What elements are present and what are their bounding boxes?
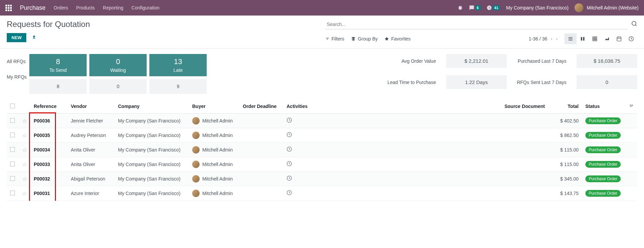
activities-cell[interactable]	[283, 186, 324, 201]
vendor-cell: Anita Oliver	[67, 143, 115, 157]
activities-cell[interactable]	[283, 128, 324, 143]
groupby-button[interactable]: Group By	[351, 36, 378, 42]
ref-cell: P00035	[30, 128, 67, 143]
stat-val-3[interactable]: 0	[577, 75, 637, 89]
all-rfqs-label[interactable]: All RFQs	[7, 59, 27, 64]
cp-right: Filters Group By Favorites 1-36 / 36 ‹ ›	[325, 20, 637, 44]
card-late[interactable]: 13 Late	[149, 54, 207, 76]
vendor-cell: Audrey Peterson	[67, 128, 115, 143]
new-button[interactable]: NEW	[7, 33, 26, 42]
dashboard: All RFQs My RFQs 8 To Send 0 Waiting 13 …	[0, 49, 644, 99]
debug-icon[interactable]	[458, 5, 463, 10]
nav-reporting[interactable]: Reporting	[103, 5, 123, 10]
stat-val-0[interactable]: $ 2,212.01	[446, 54, 507, 68]
discuss-icon[interactable]: 6	[469, 5, 480, 10]
search-input[interactable]	[325, 20, 628, 29]
row-checkbox[interactable]	[10, 147, 15, 152]
card-waiting[interactable]: 0 Waiting	[89, 54, 147, 76]
pager-prev-icon[interactable]: ‹	[551, 36, 552, 42]
stat-val-1[interactable]: $ 16,036.75	[577, 54, 637, 68]
star-icon[interactable]: ☆	[22, 133, 27, 138]
star-icon[interactable]: ☆	[22, 176, 27, 182]
table-row[interactable]: ☆ P00035 Audrey Peterson My Company (San…	[7, 128, 637, 143]
avatar-icon	[192, 190, 200, 197]
apps-icon[interactable]	[5, 5, 12, 11]
th-vendor[interactable]: Vendor	[67, 99, 115, 114]
source-cell	[324, 143, 548, 157]
pager: 1-36 / 36 ‹ ›	[529, 36, 558, 42]
my-card-2[interactable]: 9	[149, 79, 207, 94]
table-row[interactable]: ☆ P00034 Anita Oliver My Company (San Fr…	[7, 143, 637, 157]
table-row[interactable]: ☆ P00036 Jennie Fletcher My Company (San…	[7, 114, 637, 128]
filters-button[interactable]: Filters	[325, 36, 344, 42]
table-row[interactable]: ☆ P00031 Azure Interior My Company (San …	[7, 186, 637, 201]
row-checkbox[interactable]	[10, 176, 15, 181]
my-card-1[interactable]: 0	[89, 79, 147, 94]
status-cell: Purchase Order	[582, 143, 626, 157]
row-checkbox[interactable]	[10, 118, 15, 123]
my-rfqs-label[interactable]: My RFQs	[7, 74, 27, 80]
ref-cell: P00036	[30, 114, 67, 128]
status-cell: Purchase Order	[582, 114, 626, 128]
th-source[interactable]: Source Document	[324, 99, 548, 114]
activities-cell[interactable]	[283, 114, 324, 128]
company-switcher[interactable]: My Company (San Francisco)	[506, 5, 568, 10]
row-checkbox[interactable]	[10, 162, 15, 166]
star-icon[interactable]: ☆	[22, 118, 27, 124]
activity-icon[interactable]: 41	[487, 5, 500, 10]
view-graph-icon[interactable]	[601, 33, 613, 44]
star-icon[interactable]: ☆	[22, 191, 27, 196]
source-cell	[324, 186, 548, 201]
th-company[interactable]: Company	[115, 99, 189, 114]
brand-title[interactable]: Purchase	[20, 4, 46, 11]
th-reference[interactable]: Reference	[30, 99, 67, 114]
stat-val-2[interactable]: 1.22 Days	[446, 75, 507, 89]
company-cell: My Company (San Francisco)	[115, 186, 189, 201]
clock-icon	[287, 147, 292, 153]
pager-next-icon[interactable]: ›	[556, 36, 558, 42]
th-deadline[interactable]: Order Deadline	[239, 99, 283, 114]
favorites-button[interactable]: Favorites	[384, 36, 411, 42]
nav-configuration[interactable]: Configuration	[131, 5, 159, 10]
view-activity-icon[interactable]	[625, 33, 637, 44]
table-row[interactable]: ☆ P00033 Anita Oliver My Company (San Fr…	[7, 157, 637, 172]
view-list-icon[interactable]	[564, 33, 577, 44]
upload-icon[interactable]	[32, 35, 36, 40]
company-cell: My Company (San Francisco)	[115, 114, 189, 128]
options-icon[interactable]	[629, 103, 634, 109]
th-buyer[interactable]: Buyer	[189, 99, 239, 114]
nav-products[interactable]: Products	[76, 5, 95, 10]
cp-buttons: NEW	[7, 33, 319, 42]
row-checkbox[interactable]	[10, 191, 15, 195]
activity-badge: 41	[493, 5, 500, 10]
vendor-cell: Anita Oliver	[67, 157, 115, 172]
user-menu[interactable]: Mitchell Admin (Website)	[575, 3, 639, 12]
th-total[interactable]: Total	[548, 99, 582, 114]
deadline-cell	[239, 157, 283, 172]
star-icon[interactable]: ☆	[22, 162, 27, 167]
row-checkbox[interactable]	[10, 133, 15, 137]
activities-cell[interactable]	[283, 143, 324, 157]
activities-cell[interactable]	[283, 172, 324, 186]
search-icon[interactable]	[631, 21, 637, 28]
view-pivot-icon[interactable]	[589, 33, 601, 44]
ref-cell: P00034	[30, 143, 67, 157]
svg-rect-1	[593, 37, 597, 41]
th-activities[interactable]: Activities	[283, 99, 324, 114]
table-header-row: Reference Vendor Company Buyer Order Dea…	[7, 99, 637, 114]
my-card-0[interactable]: 8	[29, 79, 87, 94]
th-status[interactable]: Status	[582, 99, 626, 114]
view-kanban-icon[interactable]	[577, 33, 589, 44]
nav-orders[interactable]: Orders	[54, 5, 68, 10]
card-to-send[interactable]: 8 To Send	[29, 54, 87, 76]
view-calendar-icon[interactable]	[613, 33, 625, 44]
star-icon[interactable]: ☆	[22, 147, 27, 153]
status-badge: Purchase Order	[585, 132, 621, 139]
page-title: Requests for Quotation	[7, 20, 319, 29]
checkbox-all[interactable]	[10, 104, 15, 108]
table-row[interactable]: ☆ P00032 Abigail Peterson My Company (Sa…	[7, 172, 637, 186]
avatar-icon	[192, 161, 200, 168]
activities-cell[interactable]	[283, 157, 324, 172]
clock-icon	[287, 118, 292, 124]
th-check	[7, 99, 19, 114]
